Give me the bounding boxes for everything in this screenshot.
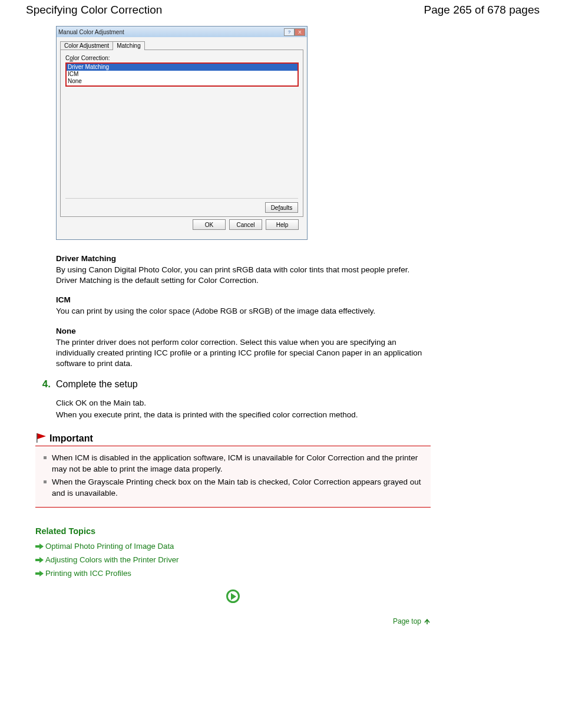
def-driver-matching-body: By using Canon Digital Photo Color, you … bbox=[56, 265, 431, 286]
important-header: Important bbox=[35, 432, 431, 446]
svg-rect-6 bbox=[35, 572, 39, 575]
page-header: Specifying Color Correction Page 265 of … bbox=[0, 0, 562, 20]
dialog-body: Color Adjustment Matching Color Correcti… bbox=[57, 37, 307, 239]
manual-color-adjustment-dialog: Manual Color Adjustment ? X Color Adjust… bbox=[56, 26, 308, 240]
play-triangle-icon bbox=[231, 593, 236, 600]
def-icm-title: ICM bbox=[56, 295, 431, 304]
related-topics-title: Related Topics bbox=[35, 526, 543, 536]
arrow-icon bbox=[35, 571, 44, 577]
chevron-up-icon bbox=[424, 618, 431, 625]
flag-icon bbox=[35, 432, 49, 444]
tab-color-adjustment[interactable]: Color Adjustment bbox=[60, 41, 113, 50]
matching-tab-panel: Color Correction: Driver Matching ICM No… bbox=[60, 50, 303, 217]
step-4: 4. Complete the setup bbox=[35, 378, 543, 390]
related-link-3-text: Printing with ICC Profiles bbox=[45, 569, 131, 578]
step-title: Complete the setup bbox=[56, 379, 138, 390]
step-line-1: Click OK on the Main tab. bbox=[56, 397, 543, 409]
arrow-icon bbox=[35, 543, 44, 549]
svg-marker-7 bbox=[39, 571, 44, 577]
play-icon[interactable] bbox=[226, 589, 240, 603]
option-driver-matching[interactable]: Driver Matching bbox=[67, 64, 297, 71]
important-box: Important When ICM is disabled in the ap… bbox=[35, 432, 431, 508]
close-icon[interactable]: X bbox=[295, 28, 305, 36]
help-button[interactable]: Help bbox=[266, 219, 299, 230]
titlebar-controls: ? X bbox=[284, 28, 305, 36]
tab-matching[interactable]: Matching bbox=[113, 41, 145, 50]
content-area: Manual Color Adjustment ? X Color Adjust… bbox=[0, 20, 543, 625]
color-correction-label: Color Correction: bbox=[65, 55, 298, 61]
step-body: Click OK on the Main tab. When you execu… bbox=[56, 397, 543, 420]
related-link-1-text: Optimal Photo Printing of Image Data bbox=[45, 542, 174, 551]
dialog-footer: OK Cancel Help bbox=[60, 217, 303, 235]
svg-marker-0 bbox=[37, 433, 46, 439]
cancel-button[interactable]: Cancel bbox=[229, 219, 262, 230]
page-number: Page 265 of 678 pages bbox=[424, 4, 540, 17]
page-title: Specifying Color Correction bbox=[26, 4, 162, 17]
important-body: When ICM is disabled in the application … bbox=[35, 446, 431, 508]
svg-rect-4 bbox=[35, 559, 39, 561]
related-link-3[interactable]: Printing with ICC Profiles bbox=[35, 569, 543, 578]
page-top-link[interactable]: Page top bbox=[35, 617, 431, 625]
def-none-body: The printer driver does not perform colo… bbox=[56, 337, 431, 370]
def-icm-body: You can print by using the color space (… bbox=[56, 306, 431, 317]
def-none-title: None bbox=[56, 327, 431, 335]
dialog-titlebar: Manual Color Adjustment ? X bbox=[57, 27, 307, 37]
svg-rect-2 bbox=[35, 545, 39, 548]
important-item-1: When ICM is disabled in the application … bbox=[41, 453, 425, 475]
option-none[interactable]: None bbox=[67, 78, 297, 85]
svg-marker-3 bbox=[39, 543, 44, 549]
go-button-row bbox=[35, 589, 431, 603]
svg-marker-5 bbox=[39, 557, 44, 563]
arrow-icon bbox=[35, 557, 44, 563]
defaults-row: Defaults bbox=[65, 198, 298, 213]
tab-list: Color Adjustment Matching bbox=[60, 41, 303, 50]
option-icm[interactable]: ICM bbox=[67, 71, 297, 78]
dialog-title: Manual Color Adjustment bbox=[58, 29, 124, 35]
important-item-2: When the Grayscale Printing check box on… bbox=[41, 477, 425, 499]
definitions: Driver Matching By using Canon Digital P… bbox=[56, 240, 543, 369]
color-correction-listbox[interactable]: Driver Matching ICM None bbox=[65, 62, 299, 87]
related-link-1[interactable]: Optimal Photo Printing of Image Data bbox=[35, 542, 543, 551]
related-topics: Related Topics Optimal Photo Printing of… bbox=[35, 526, 543, 578]
related-link-2[interactable]: Adjusting Colors with the Printer Driver bbox=[35, 555, 543, 564]
step-number: 4. bbox=[35, 378, 51, 390]
page-top-text: Page top bbox=[393, 617, 421, 625]
step-line-2: When you execute print, the data is prin… bbox=[56, 409, 543, 421]
related-link-2-text: Adjusting Colors with the Printer Driver bbox=[45, 555, 178, 564]
svg-rect-1 bbox=[37, 433, 38, 443]
def-driver-matching-title: Driver Matching bbox=[56, 254, 431, 263]
help-icon[interactable]: ? bbox=[284, 28, 295, 36]
important-label: Important bbox=[49, 433, 93, 444]
ok-button[interactable]: OK bbox=[193, 219, 226, 230]
defaults-button[interactable]: Defaults bbox=[265, 202, 298, 213]
